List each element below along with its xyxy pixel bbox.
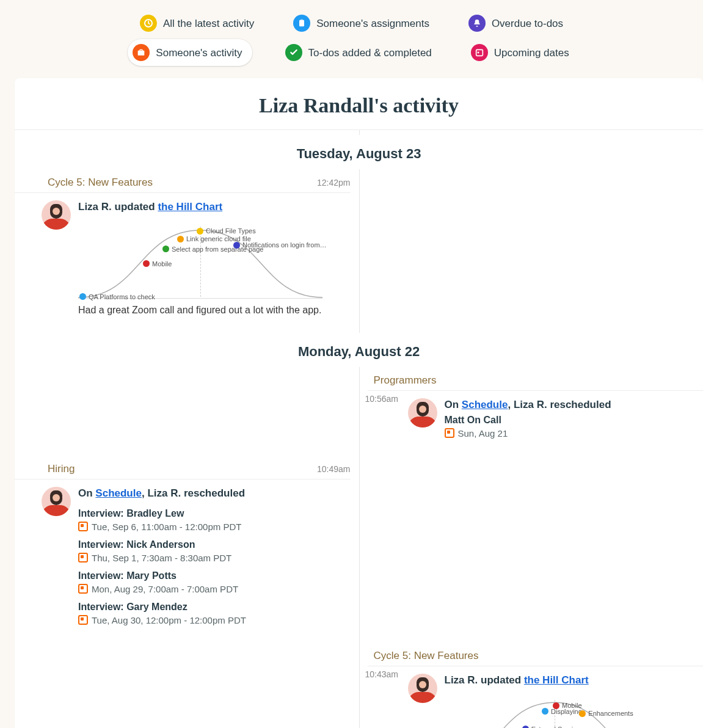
- calendar-icon: [471, 44, 488, 61]
- event-date: Sun, Aug 21: [458, 428, 508, 439]
- event-date: Tue, Aug 30, 12:00pm - 12:00pm PDT: [92, 615, 246, 625]
- hill-chart-link[interactable]: the Hill Chart: [524, 674, 589, 686]
- hill-point[interactable]: Enhancements: [579, 710, 633, 717]
- section-title[interactable]: Cycle 5: New Features: [15, 177, 351, 193]
- section-hiring: Hiring 10:49am On Schedule, Liza R. resc…: [15, 456, 359, 642]
- bell-icon: [468, 15, 486, 32]
- avatar[interactable]: [408, 674, 437, 703]
- calendar-icon: [78, 522, 88, 531]
- avatar[interactable]: [42, 200, 71, 230]
- section-title[interactable]: Cycle 5: New Features: [368, 650, 704, 666]
- nav-item-label: Someone's activity: [156, 48, 242, 58]
- hill-chart[interactable]: Library of DoorsAddingExternal ServicesD…: [445, 693, 665, 728]
- calendar-icon: [78, 584, 88, 594]
- event-date: Mon, Aug 29, 7:00am - 7:00am PDT: [92, 584, 238, 594]
- entry-headline: Liza R. updated the Hill Chart: [445, 674, 704, 688]
- timestamp: 12:42pm: [317, 178, 350, 187]
- hill-point[interactable]: Cloud File Types: [197, 227, 256, 235]
- timestamp: 10:43am: [365, 669, 398, 679]
- section-title[interactable]: Programmers: [368, 374, 704, 391]
- avatar[interactable]: [42, 487, 71, 516]
- avatar[interactable]: [408, 398, 437, 428]
- timeline: Tuesday, August 23 Cycle 5: New Features…: [15, 130, 703, 728]
- event-title: Interview: Mary Potts: [78, 570, 351, 581]
- timestamp: 10:56am: [365, 394, 398, 404]
- nav-item[interactable]: Upcoming dates: [465, 40, 575, 65]
- schedule-link[interactable]: Schedule: [462, 399, 508, 410]
- day-header: Monday, August 22: [15, 333, 703, 367]
- section-cycle5-monday: Cycle 5: New Features 10:43am Liza R. up…: [359, 642, 704, 728]
- nav-item[interactable]: Overdue to-dos: [462, 11, 569, 35]
- briefcase-icon: [133, 44, 150, 61]
- activity-filter-nav: All the latest activitySomeone's assignm…: [0, 0, 703, 78]
- nav-item-label: All the latest activity: [163, 18, 254, 29]
- hill-point[interactable]: Mobile: [143, 260, 172, 268]
- schedule-event[interactable]: Interview: Bradley LewTue, Sep 6, 11:00a…: [78, 508, 351, 532]
- event-date: Tue, Sep 6, 11:00am - 12:00pm PDT: [92, 522, 241, 532]
- event-title: Interview: Bradley Lew: [78, 508, 351, 519]
- event-title: Interview: Nick Anderson: [78, 539, 351, 550]
- nav-item[interactable]: Someone's assignments: [287, 11, 435, 35]
- entry-headline: On Schedule, Liza R. rescheduled: [78, 487, 351, 501]
- schedule-event[interactable]: Interview: Mary PottsMon, Aug 29, 7:00am…: [78, 570, 351, 594]
- section-programmers: Programmers 10:56am On Schedule, Liza R.…: [359, 367, 704, 456]
- nav-item-label: Overdue to-dos: [492, 18, 563, 29]
- nav-item-label: Someone's assignments: [316, 18, 429, 29]
- section-title[interactable]: Hiring: [15, 463, 351, 479]
- entry-headline: Liza R. updated the Hill Chart: [78, 200, 351, 214]
- hill-point[interactable]: Mobile: [553, 702, 581, 709]
- activity-card: Liza Randall's activity Tuesday, August …: [15, 78, 703, 728]
- clock-icon: [140, 15, 157, 32]
- nav-item[interactable]: All the latest activity: [134, 11, 260, 35]
- calendar-icon: [78, 615, 88, 625]
- check-icon: [285, 44, 302, 61]
- entry-headline: On Schedule, Liza R. rescheduled: [445, 398, 704, 412]
- schedule-event[interactable]: Interview: Nick AndersonThu, Sep 1, 7:30…: [78, 539, 351, 563]
- svg-rect-1: [299, 20, 304, 27]
- schedule-link[interactable]: Schedule: [95, 487, 142, 499]
- page-title: Liza Randall's activity: [15, 94, 703, 117]
- clipboard-icon: [293, 15, 310, 32]
- hill-chart-link[interactable]: the Hill Chart: [158, 201, 222, 213]
- nav-item[interactable]: To-dos added & completed: [279, 40, 438, 65]
- hill-point[interactable]: QA Platforms to check: [79, 293, 155, 300]
- event-title: Interview: Gary Mendez: [78, 602, 351, 613]
- section-cycle5-tuesday: Cycle 5: New Features 12:42pm Liza R. up…: [15, 169, 359, 333]
- event-title[interactable]: Matt On Call: [445, 415, 704, 426]
- entry-note: Had a great Zoom call and figured out a …: [78, 305, 351, 316]
- svg-rect-4: [477, 52, 479, 54]
- event-date: Thu, Sep 1, 7:30am - 8:30am PDT: [92, 553, 231, 563]
- hill-point[interactable]: External Services: [522, 726, 584, 728]
- timestamp: 10:49am: [317, 464, 350, 474]
- calendar-icon: [78, 553, 88, 562]
- nav-item-label: To-dos added & completed: [308, 48, 432, 58]
- nav-item-label: Upcoming dates: [494, 48, 569, 58]
- svg-rect-3: [476, 49, 483, 56]
- svg-rect-2: [301, 19, 303, 21]
- hill-chart[interactable]: QA Platforms to checkMobileSelect app fr…: [78, 219, 322, 299]
- schedule-event[interactable]: Interview: Gary MendezTue, Aug 30, 12:00…: [78, 602, 351, 625]
- hill-point[interactable]: Notifications on login from…: [233, 241, 327, 249]
- nav-item[interactable]: Someone's activity: [128, 39, 252, 66]
- day-header: Tuesday, August 23: [15, 135, 703, 169]
- calendar-icon: [445, 428, 454, 438]
